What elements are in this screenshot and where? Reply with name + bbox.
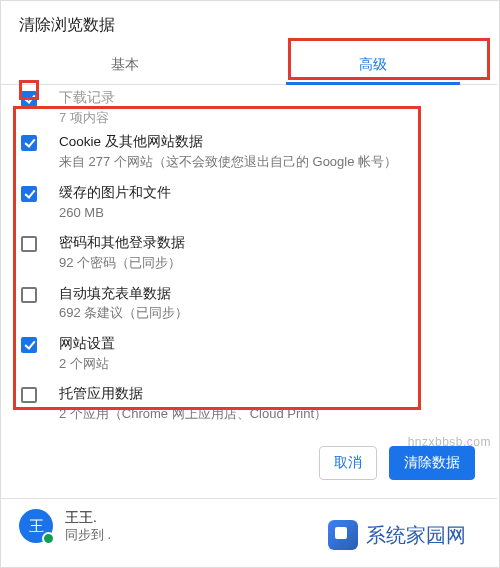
tab-basic[interactable]: 基本 bbox=[1, 46, 249, 84]
list-item: 网站设置 2 个网站 bbox=[1, 329, 497, 379]
clear-browsing-data-dialog: 清除浏览数据 基本 高级 下载记录 7 项内容 Cookie 及其他网站数据 来… bbox=[0, 0, 500, 568]
brand-logo-icon bbox=[328, 520, 358, 550]
checkbox-site-settings[interactable] bbox=[21, 337, 37, 353]
clear-data-button[interactable]: 清除数据 bbox=[389, 446, 475, 480]
item-subtitle: 692 条建议（已同步） bbox=[59, 303, 188, 323]
item-title: 网站设置 bbox=[59, 335, 115, 354]
item-subtitle: 2 个网站 bbox=[59, 354, 115, 374]
checkbox-passwords[interactable] bbox=[21, 236, 37, 252]
profile-sync-status: 同步到 . bbox=[65, 527, 111, 544]
brand-text: 系统家园网 bbox=[366, 522, 466, 549]
item-subtitle: 260 MB bbox=[59, 203, 171, 223]
item-subtitle: 7 项内容 bbox=[59, 108, 115, 128]
item-subtitle: 92 个密码（已同步） bbox=[59, 253, 185, 273]
cancel-button[interactable]: 取消 bbox=[319, 446, 377, 480]
tab-advanced[interactable]: 高级 bbox=[249, 46, 497, 84]
profile-name: 王王. bbox=[65, 509, 111, 527]
checkbox-cookies[interactable] bbox=[21, 135, 37, 151]
item-title: 下载记录 bbox=[59, 89, 115, 108]
avatar-initial: 王 bbox=[29, 517, 44, 536]
item-subtitle: 来自 277 个网站（这不会致使您退出自己的 Google 帐号） bbox=[59, 152, 397, 172]
item-title: 托管应用数据 bbox=[59, 385, 327, 404]
checkbox-cached-images[interactable] bbox=[21, 186, 37, 202]
list-item: 下载记录 7 项内容 bbox=[1, 89, 497, 127]
item-title: 自动填充表单数据 bbox=[59, 285, 188, 304]
checkbox-autofill[interactable] bbox=[21, 287, 37, 303]
list-item: 缓存的图片和文件 260 MB bbox=[1, 178, 497, 228]
item-title: 密码和其他登录数据 bbox=[59, 234, 185, 253]
site-brand: 系统家园网 bbox=[297, 509, 497, 561]
checkbox-hosted-app-data[interactable] bbox=[21, 387, 37, 403]
item-subtitle: 2 个应用（Chrome 网上应用店、Cloud Print） bbox=[59, 404, 327, 424]
dialog-title: 清除浏览数据 bbox=[1, 1, 497, 46]
item-title: 缓存的图片和文件 bbox=[59, 184, 171, 203]
list-item: 托管应用数据 2 个应用（Chrome 网上应用店、Cloud Print） bbox=[1, 379, 497, 429]
avatar: 王 bbox=[19, 509, 53, 543]
dialog-actions: 取消 清除数据 bbox=[1, 430, 497, 494]
list-item: 自动填充表单数据 692 条建议（已同步） bbox=[1, 279, 497, 329]
list-item: 密码和其他登录数据 92 个密码（已同步） bbox=[1, 228, 497, 278]
tabs: 基本 高级 bbox=[1, 46, 497, 85]
item-title: Cookie 及其他网站数据 bbox=[59, 133, 397, 152]
list-item: Cookie 及其他网站数据 来自 277 个网站（这不会致使您退出自己的 Go… bbox=[1, 127, 497, 177]
data-type-list: 下载记录 7 项内容 Cookie 及其他网站数据 来自 277 个网站（这不会… bbox=[1, 85, 497, 430]
checkbox-download-history[interactable] bbox=[21, 91, 37, 107]
